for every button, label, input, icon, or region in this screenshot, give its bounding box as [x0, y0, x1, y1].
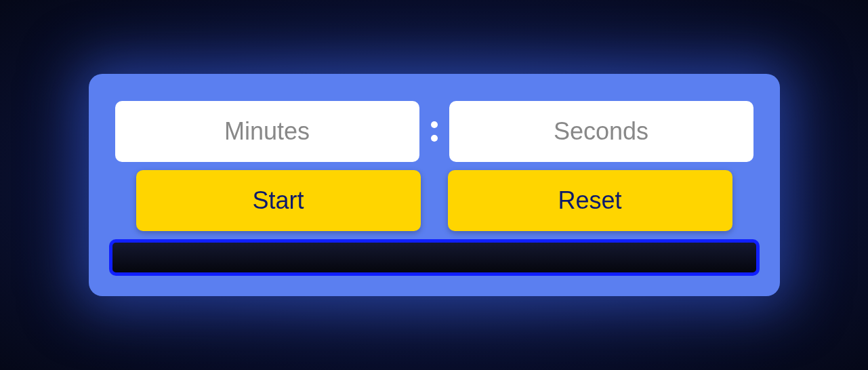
- timer-display: [109, 239, 760, 276]
- colon-icon: [430, 121, 439, 142]
- time-input-row: [109, 101, 760, 162]
- timer-card: Start Reset: [89, 74, 780, 296]
- button-row: Start Reset: [109, 170, 760, 231]
- reset-button[interactable]: Reset: [448, 170, 732, 231]
- start-button[interactable]: Start: [136, 170, 421, 231]
- seconds-input[interactable]: [449, 101, 753, 162]
- minutes-input[interactable]: [115, 101, 419, 162]
